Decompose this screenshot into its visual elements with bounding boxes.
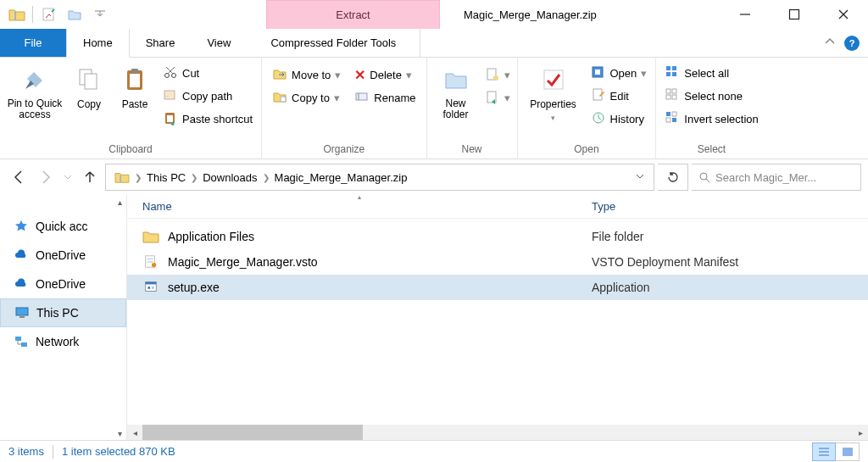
copy-path-button[interactable]: ··· Copy path xyxy=(163,86,253,106)
file-row[interactable]: Application Files File folder xyxy=(127,224,868,249)
column-headers: ▴ Name Type xyxy=(127,195,868,219)
maximize-button[interactable] xyxy=(770,0,819,29)
paste-button[interactable]: Paste xyxy=(114,61,156,114)
cut-button[interactable]: Cut xyxy=(163,63,253,83)
chevron-right-icon[interactable]: ❯ xyxy=(263,173,270,182)
svg-point-12 xyxy=(172,73,176,77)
select-all-button[interactable]: Select all xyxy=(665,63,758,83)
scroll-right-icon[interactable]: ▸ xyxy=(853,425,868,440)
refresh-button[interactable] xyxy=(658,164,688,191)
nav-onedrive[interactable]: OneDrive xyxy=(0,270,126,298)
tab-share[interactable]: Share xyxy=(130,29,192,57)
search-icon xyxy=(698,171,710,183)
pin-to-quick-access-button[interactable]: Pin to Quick access xyxy=(5,61,64,124)
nav-scroll-up-icon[interactable]: ▴ xyxy=(113,195,126,209)
column-header-type[interactable]: Type xyxy=(592,200,853,213)
nav-onedrive[interactable]: OneDrive xyxy=(0,241,126,270)
search-input[interactable]: Search Magic_Mer... xyxy=(692,164,861,191)
nav-network[interactable]: Network xyxy=(0,327,126,356)
extract-context-tab[interactable]: Extract xyxy=(266,0,440,29)
close-button[interactable] xyxy=(819,0,868,29)
nav-recent-dropdown[interactable] xyxy=(61,165,75,189)
file-row[interactable]: setup.exe Application xyxy=(127,275,868,300)
invert-selection-button[interactable]: Invert selection xyxy=(665,109,758,129)
select-none-label: Select none xyxy=(684,90,743,103)
move-to-button[interactable]: Move to ▾ xyxy=(272,64,341,85)
help-icon[interactable]: ? xyxy=(844,36,860,51)
tab-view[interactable]: View xyxy=(191,29,247,57)
properties-button[interactable]: Properties ▾ xyxy=(523,61,584,125)
ribbon-group-open: Properties ▾ Open ▾ Edit xyxy=(518,58,657,159)
paste-label: Paste xyxy=(122,98,148,110)
address-bar[interactable]: ❯ This PC ❯ Downloads ❯ Magic_Merge_Mana… xyxy=(105,164,654,191)
scroll-left-icon[interactable]: ◂ xyxy=(127,425,142,440)
paste-icon xyxy=(123,64,147,95)
nav-scroll-down-icon[interactable]: ▾ xyxy=(113,426,126,440)
tab-file[interactable]: File xyxy=(0,29,66,57)
new-item-button[interactable]: ▾ xyxy=(485,64,510,85)
svg-rect-37 xyxy=(672,112,676,116)
svg-line-42 xyxy=(706,179,709,182)
collapse-ribbon-icon[interactable] xyxy=(824,36,836,51)
edit-button[interactable]: Edit xyxy=(591,86,648,106)
exe-file-icon xyxy=(142,280,159,295)
horizontal-scrollbar[interactable]: ◂ ▸ xyxy=(127,425,868,440)
scrollbar-thumb[interactable] xyxy=(142,425,363,440)
select-all-icon xyxy=(665,64,680,82)
new-folder-qat-icon[interactable] xyxy=(65,5,84,24)
file-type: VSTO Deployment Manifest xyxy=(592,255,853,269)
breadcrumb-zip-icon[interactable] xyxy=(109,164,135,190)
address-dropdown-icon[interactable] xyxy=(635,170,650,185)
svg-rect-18 xyxy=(356,93,367,100)
paste-shortcut-button[interactable]: Paste shortcut xyxy=(163,109,253,129)
rename-button[interactable]: Rename xyxy=(354,87,415,108)
new-folder-button[interactable]: New folder xyxy=(432,61,480,124)
cloud-icon xyxy=(14,276,29,292)
qat-customize-icon[interactable] xyxy=(91,5,109,24)
svg-rect-3 xyxy=(790,10,799,19)
open-button[interactable]: Open ▾ xyxy=(591,63,648,83)
select-none-button[interactable]: Select none xyxy=(665,86,758,106)
breadcrumb-this-pc[interactable]: This PC xyxy=(142,164,191,190)
cut-label: Cut xyxy=(182,67,199,80)
folder-icon xyxy=(142,229,159,244)
move-to-icon xyxy=(272,66,287,84)
nav-this-pc[interactable]: This PC xyxy=(0,298,126,327)
breadcrumb-downloads[interactable]: Downloads xyxy=(198,164,262,190)
details-view-toggle[interactable] xyxy=(812,443,836,461)
breadcrumb-zipfile[interactable]: Magic_Merge_Manager.zip xyxy=(270,164,413,190)
minimize-button[interactable] xyxy=(721,0,770,29)
new-folder-icon xyxy=(443,64,469,95)
tab-home[interactable]: Home xyxy=(66,29,130,58)
svg-rect-40 xyxy=(120,175,121,182)
column-header-name[interactable]: Name xyxy=(142,200,592,213)
chevron-down-icon: ▾ xyxy=(334,92,340,104)
nav-forward-button[interactable] xyxy=(34,165,58,189)
easy-access-button[interactable]: ▾ xyxy=(485,87,510,108)
thumbnails-view-toggle[interactable] xyxy=(836,443,860,461)
chevron-right-icon[interactable]: ❯ xyxy=(135,173,142,182)
chevron-down-icon: ▾ xyxy=(504,92,510,104)
properties-icon[interactable] xyxy=(40,5,58,24)
chevron-right-icon[interactable]: ❯ xyxy=(191,173,198,182)
scrollbar-track[interactable] xyxy=(142,425,853,440)
open-label: Open xyxy=(610,67,637,80)
copy-path-icon: ··· xyxy=(163,87,178,105)
nav-up-button[interactable] xyxy=(78,165,102,189)
delete-x-icon: ✕ xyxy=(354,67,365,83)
file-type: File folder xyxy=(592,230,853,243)
svg-rect-58 xyxy=(843,448,853,456)
svg-rect-30 xyxy=(666,72,670,76)
copy-button[interactable]: Copy xyxy=(68,61,110,114)
delete-button[interactable]: ✕ Delete ▾ xyxy=(354,64,415,85)
nav-back-button[interactable] xyxy=(7,165,31,189)
svg-rect-34 xyxy=(666,95,670,99)
file-row[interactable]: Magic_Merge_Manager.vsto VSTO Deployment… xyxy=(127,249,868,275)
open-icon xyxy=(591,64,606,82)
tab-compressed-folder-tools[interactable]: Compressed Folder Tools xyxy=(247,29,420,57)
nav-quick-access[interactable]: Quick acc xyxy=(0,212,126,241)
ribbon-group-organize: Move to ▾ Copy to ▾ ✕ Delete ▾ xyxy=(262,58,426,159)
svg-point-11 xyxy=(165,73,170,77)
history-button[interactable]: History xyxy=(591,109,648,129)
copy-to-button[interactable]: Copy to ▾ xyxy=(272,87,341,108)
